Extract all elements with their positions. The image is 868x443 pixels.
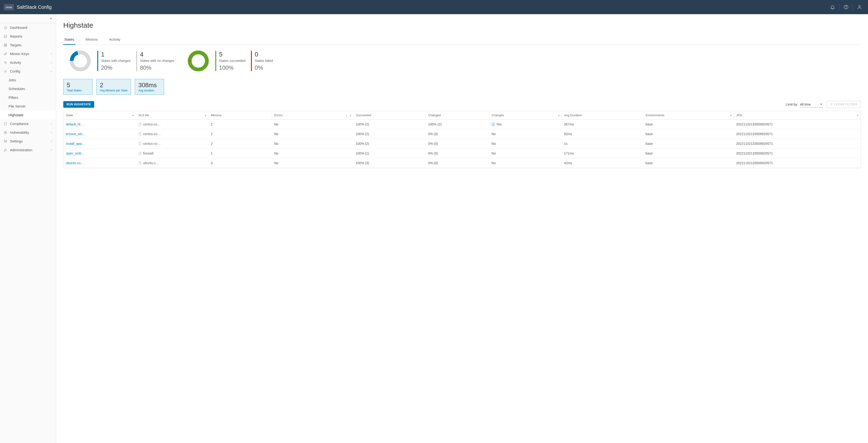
cell-env: base xyxy=(643,129,734,139)
col-changes[interactable]: Changes▾ xyxy=(489,111,562,120)
limit-by-select[interactable]: All time xyxy=(800,101,823,108)
cell-errors: No xyxy=(272,139,353,149)
sidebar-item-label: Settings xyxy=(10,139,23,143)
table-row[interactable]: default_ht… centos-co…2No100% (2)100% (2… xyxy=(63,120,861,129)
help-icon[interactable] xyxy=(841,2,851,12)
tile-value: 308ms xyxy=(138,82,160,89)
sidebar-item-label: Vulnerability xyxy=(10,130,29,135)
filter-icon xyxy=(830,103,833,106)
targets-icon xyxy=(3,43,7,47)
sidebar-item-label: Compliance xyxy=(10,122,29,126)
tile-value: 2 xyxy=(100,82,127,89)
chevron-down-icon xyxy=(50,70,53,73)
tab-states[interactable]: States xyxy=(63,35,75,45)
svg-point-18 xyxy=(190,53,207,70)
donut-changes xyxy=(69,50,92,72)
sidebar-item-file-server[interactable]: File Server xyxy=(0,102,56,111)
bell-icon[interactable] xyxy=(828,2,837,12)
tile-avg-duration[interactable]: 308ms Avg duration xyxy=(135,79,164,95)
cell-sls: ubuntu-c… xyxy=(136,158,209,168)
state-link[interactable]: install_apa… xyxy=(66,142,85,146)
cell-env: base xyxy=(643,149,734,158)
cell-changes: No xyxy=(489,149,562,158)
sidebar-item-compliance[interactable]: Compliance xyxy=(0,119,56,128)
sidebar-item-label: Pillars xyxy=(8,95,18,99)
sidebar-item-config[interactable]: Config xyxy=(0,67,56,76)
cell-sls: centos-co… xyxy=(136,129,209,139)
state-link[interactable]: ubuntu-co… xyxy=(66,161,84,165)
run-highstate-button[interactable]: RUN HIGHSTATE xyxy=(63,101,94,108)
limit-by-label: Limit by: xyxy=(786,102,798,106)
filter-icon[interactable]: ▾ xyxy=(730,114,732,117)
cell-state: install_apa… xyxy=(63,139,136,149)
table-row[interactable]: ensure_ser… centos-co…2No100% (2)0% (0)N… xyxy=(63,129,861,139)
col-sls[interactable]: SLS file▾ xyxy=(136,111,209,120)
filter-icon[interactable]: ▾ xyxy=(558,114,560,117)
col-label: Avg Duration xyxy=(564,113,582,117)
user-icon[interactable] xyxy=(855,2,864,12)
cell-duration: 171ms xyxy=(562,149,643,158)
state-link[interactable]: ensure_ser… xyxy=(66,132,86,136)
state-link[interactable]: open_smb… xyxy=(66,151,85,155)
col-avg-duration[interactable]: Avg Duration xyxy=(562,111,643,120)
tab-minions[interactable]: Minions xyxy=(85,35,99,45)
filter-icon[interactable]: ▾ xyxy=(205,114,206,117)
sidebar-item-pillars[interactable]: Pillars xyxy=(0,93,56,102)
tab-activity[interactable]: Activity xyxy=(108,35,121,45)
sidebar-item-reports[interactable]: Reports xyxy=(0,32,56,41)
cell-changed: 0% (0) xyxy=(426,129,489,139)
col-errors[interactable]: Errors↓▾ xyxy=(272,111,353,120)
cell-env: base xyxy=(643,158,734,168)
tile-avg-minions[interactable]: 2 Avg Minions per State xyxy=(96,79,131,95)
col-succeeded[interactable]: Succeeded xyxy=(353,111,426,120)
header-right xyxy=(828,2,864,12)
svg-point-1 xyxy=(846,8,846,8)
col-environments[interactable]: Environments▾ xyxy=(643,111,734,120)
col-jids[interactable]: JIDs▾ xyxy=(734,111,861,120)
svg-point-11 xyxy=(5,132,6,133)
table-row[interactable]: open_smb… firewall1No100% (1)0% (0)No171… xyxy=(63,149,861,158)
col-minions[interactable]: Minions xyxy=(209,111,272,120)
states-table: State▾ SLS file▾ Minions Errors↓▾ Succee… xyxy=(63,111,861,168)
cell-changes: No xyxy=(489,139,562,149)
col-changed[interactable]: Changed xyxy=(426,111,489,120)
sidebar-item-jobs[interactable]: Jobs xyxy=(0,76,56,84)
filter-icon[interactable]: ▾ xyxy=(857,114,859,117)
sidebar-item-vulnerability[interactable]: Vulnerability xyxy=(0,128,56,137)
sidebar-item-settings[interactable]: Settings xyxy=(0,137,56,146)
sort-asc-icon[interactable]: ↓ xyxy=(346,114,347,117)
sidebar-item-dashboard[interactable]: Dashboard xyxy=(0,23,56,32)
chevron-right-icon xyxy=(50,53,53,55)
stat-label: States with no changes xyxy=(140,59,174,63)
cell-jid: 20221102133509929571 xyxy=(734,158,861,168)
vulnerability-icon xyxy=(3,131,7,135)
filter-icon[interactable]: ▾ xyxy=(350,114,351,117)
col-label: Minions xyxy=(211,113,221,117)
cell-duration: 267ms xyxy=(562,120,643,129)
stat-pct: 80% xyxy=(140,64,174,71)
sidebar-item-label: Administration xyxy=(10,148,32,152)
state-link[interactable]: default_ht… xyxy=(66,122,84,126)
tile-label: Avg duration xyxy=(138,89,160,92)
sidebar-item-activity[interactable]: Activity xyxy=(0,58,56,67)
tile-total-states[interactable]: 5 Total States xyxy=(63,79,93,95)
clear-filters-button[interactable]: CLEAR FILTERS xyxy=(827,101,861,108)
col-label: Changes xyxy=(492,113,504,117)
filter-icon[interactable]: ▾ xyxy=(132,114,134,117)
sidebar-item-administration[interactable]: Administration xyxy=(0,146,56,154)
tile-label: Total States xyxy=(67,89,89,92)
col-label: SLS file xyxy=(138,113,149,117)
cell-env: base xyxy=(643,120,734,129)
sidebar-collapse[interactable] xyxy=(0,14,56,23)
col-state[interactable]: State▾ xyxy=(63,111,136,120)
sidebar-item-schedules[interactable]: Schedules xyxy=(0,84,56,93)
table-row[interactable]: install_apa… centos-co…2No100% (2)0% (0)… xyxy=(63,139,861,149)
sidebar-item-minion-keys[interactable]: Minion Keys xyxy=(0,49,56,58)
stat-label: States with changes xyxy=(101,59,130,63)
col-label: Environments xyxy=(646,113,664,117)
key-icon xyxy=(3,52,7,56)
cell-succeeded: 100% (2) xyxy=(353,120,426,129)
sidebar-item-highstate[interactable]: Highstate xyxy=(0,111,56,119)
sidebar-item-targets[interactable]: Targets xyxy=(0,41,56,49)
table-row[interactable]: ubuntu-co… ubuntu-c…3No100% (3)0% (0)No4… xyxy=(63,158,861,168)
